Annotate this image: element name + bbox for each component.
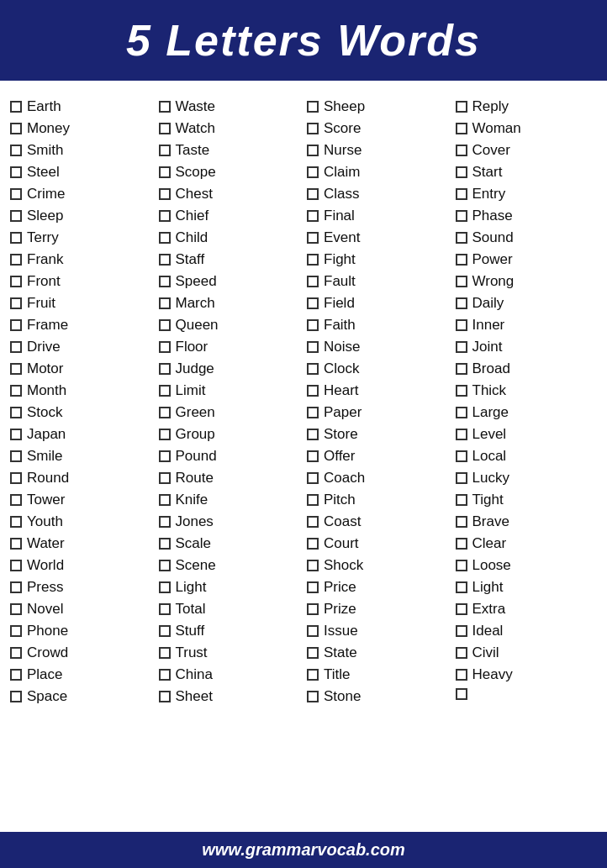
checkbox-icon[interactable] (159, 472, 171, 484)
checkbox-icon[interactable] (159, 232, 171, 244)
checkbox-icon[interactable] (456, 647, 467, 659)
checkbox-icon[interactable] (159, 210, 171, 222)
checkbox-icon[interactable] (159, 341, 171, 353)
checkbox-icon[interactable] (307, 625, 319, 637)
checkbox-icon[interactable] (307, 669, 319, 681)
checkbox-icon[interactable] (456, 581, 467, 593)
checkbox-icon[interactable] (159, 101, 171, 113)
checkbox-icon[interactable] (307, 429, 319, 440)
checkbox-icon[interactable] (159, 538, 171, 550)
checkbox-icon[interactable] (307, 341, 319, 353)
checkbox-icon[interactable] (10, 494, 22, 506)
checkbox-icon[interactable] (159, 276, 171, 287)
checkbox-icon[interactable] (307, 516, 319, 528)
checkbox-icon[interactable] (456, 688, 467, 700)
checkbox-icon[interactable] (456, 560, 467, 571)
checkbox-icon[interactable] (307, 319, 319, 331)
checkbox-icon[interactable] (10, 123, 22, 134)
checkbox-icon[interactable] (307, 560, 319, 571)
checkbox-icon[interactable] (10, 407, 22, 418)
checkbox-icon[interactable] (307, 538, 319, 550)
checkbox-icon[interactable] (10, 472, 22, 484)
checkbox-icon[interactable] (307, 385, 319, 397)
checkbox-icon[interactable] (159, 385, 171, 397)
checkbox-icon[interactable] (10, 166, 22, 178)
checkbox-icon[interactable] (159, 166, 171, 178)
checkbox-icon[interactable] (10, 625, 22, 637)
checkbox-icon[interactable] (159, 123, 171, 134)
checkbox-icon[interactable] (456, 101, 467, 113)
checkbox-icon[interactable] (307, 188, 319, 200)
checkbox-icon[interactable] (10, 691, 22, 702)
checkbox-icon[interactable] (10, 101, 22, 113)
checkbox-icon[interactable] (10, 516, 22, 528)
checkbox-icon[interactable] (10, 319, 22, 331)
checkbox-icon[interactable] (159, 581, 171, 593)
checkbox-icon[interactable] (307, 450, 319, 462)
checkbox-icon[interactable] (159, 516, 171, 528)
checkbox-icon[interactable] (10, 188, 22, 200)
checkbox-icon[interactable] (159, 625, 171, 637)
checkbox-icon[interactable] (10, 276, 22, 287)
checkbox-icon[interactable] (159, 407, 171, 418)
checkbox-icon[interactable] (307, 581, 319, 593)
checkbox-icon[interactable] (456, 429, 467, 440)
checkbox-icon[interactable] (10, 145, 22, 156)
checkbox-icon[interactable] (10, 363, 22, 375)
checkbox-icon[interactable] (159, 560, 171, 571)
checkbox-icon[interactable] (456, 407, 467, 418)
checkbox-icon[interactable] (456, 363, 467, 375)
checkbox-icon[interactable] (159, 691, 171, 702)
checkbox-icon[interactable] (10, 560, 22, 571)
checkbox-icon[interactable] (159, 669, 171, 681)
checkbox-icon[interactable] (159, 145, 171, 156)
checkbox-icon[interactable] (159, 494, 171, 506)
checkbox-icon[interactable] (456, 341, 467, 353)
checkbox-icon[interactable] (456, 210, 467, 222)
checkbox-icon[interactable] (456, 669, 467, 681)
checkbox-icon[interactable] (159, 450, 171, 462)
checkbox-icon[interactable] (456, 276, 467, 287)
checkbox-icon[interactable] (10, 254, 22, 266)
checkbox-icon[interactable] (159, 319, 171, 331)
checkbox-icon[interactable] (307, 276, 319, 287)
checkbox-icon[interactable] (10, 647, 22, 659)
checkbox-icon[interactable] (159, 603, 171, 615)
checkbox-icon[interactable] (159, 363, 171, 375)
checkbox-icon[interactable] (307, 254, 319, 266)
checkbox-icon[interactable] (307, 647, 319, 659)
checkbox-icon[interactable] (10, 210, 22, 222)
checkbox-icon[interactable] (456, 603, 467, 615)
checkbox-icon[interactable] (307, 210, 319, 222)
checkbox-icon[interactable] (159, 188, 171, 200)
checkbox-icon[interactable] (159, 297, 171, 309)
checkbox-icon[interactable] (456, 538, 467, 550)
checkbox-icon[interactable] (159, 647, 171, 659)
checkbox-icon[interactable] (456, 232, 467, 244)
checkbox-icon[interactable] (10, 429, 22, 440)
checkbox-icon[interactable] (10, 581, 22, 593)
checkbox-icon[interactable] (10, 538, 22, 550)
checkbox-icon[interactable] (10, 385, 22, 397)
checkbox-icon[interactable] (307, 232, 319, 244)
checkbox-icon[interactable] (307, 407, 319, 418)
checkbox-icon[interactable] (307, 166, 319, 178)
checkbox-icon[interactable] (159, 429, 171, 440)
checkbox-icon[interactable] (307, 145, 319, 156)
checkbox-icon[interactable] (456, 516, 467, 528)
checkbox-icon[interactable] (159, 254, 171, 266)
checkbox-icon[interactable] (456, 472, 467, 484)
checkbox-icon[interactable] (307, 123, 319, 134)
checkbox-icon[interactable] (456, 385, 467, 397)
checkbox-icon[interactable] (307, 297, 319, 309)
checkbox-icon[interactable] (10, 341, 22, 353)
checkbox-icon[interactable] (456, 494, 467, 506)
checkbox-icon[interactable] (456, 145, 467, 156)
checkbox-icon[interactable] (456, 188, 467, 200)
checkbox-icon[interactable] (456, 625, 467, 637)
checkbox-icon[interactable] (456, 450, 467, 462)
checkbox-icon[interactable] (456, 297, 467, 309)
checkbox-icon[interactable] (456, 123, 467, 134)
checkbox-icon[interactable] (10, 603, 22, 615)
checkbox-icon[interactable] (456, 254, 467, 266)
